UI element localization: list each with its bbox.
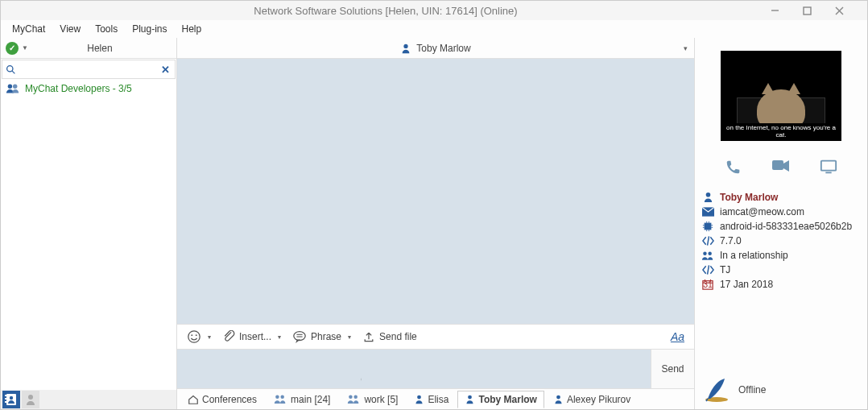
message-input[interactable] bbox=[177, 350, 651, 388]
svg-point-17 bbox=[196, 334, 197, 336]
dropdown-icon: ▾ bbox=[208, 333, 211, 341]
tab-label: Conferences bbox=[202, 394, 257, 405]
tab-label: Toby Marlow bbox=[478, 394, 536, 405]
menu-plugins[interactable]: Plug-ins bbox=[127, 22, 172, 36]
svg-point-34 bbox=[705, 193, 710, 197]
send-button[interactable]: Send bbox=[651, 350, 694, 388]
svg-point-9 bbox=[10, 396, 13, 400]
video-icon[interactable] bbox=[771, 159, 791, 176]
tab-work[interactable]: work [5] bbox=[339, 391, 405, 408]
emoji-button[interactable]: ▾ bbox=[184, 327, 214, 346]
tab-toby-marlow[interactable]: Toby Marlow bbox=[457, 391, 544, 408]
svg-point-27 bbox=[354, 396, 358, 400]
svg-point-28 bbox=[417, 396, 421, 400]
screen-icon[interactable] bbox=[820, 159, 837, 176]
communication-row bbox=[695, 144, 867, 188]
tab-alexey-pikurov[interactable]: Alexey Pikurov bbox=[546, 391, 638, 408]
channel-item[interactable]: MyChat Developers - 3/5 bbox=[1, 80, 176, 97]
center-panel: Toby Marlow ▾ ▾ Insert... ▾ Phrase ▾ Sen… bbox=[177, 38, 695, 409]
tab-main[interactable]: main [24] bbox=[266, 391, 337, 408]
svg-point-4 bbox=[7, 65, 13, 71]
svg-rect-36 bbox=[705, 223, 712, 230]
svg-point-14 bbox=[404, 43, 408, 48]
tab-elisa[interactable]: Elisa bbox=[407, 391, 456, 408]
status-dropdown-icon[interactable]: ▼ bbox=[22, 44, 28, 52]
minimize-button[interactable] bbox=[771, 6, 803, 15]
right-footer: Offline bbox=[695, 372, 867, 409]
format-button[interactable]: Aa bbox=[668, 328, 688, 346]
calendar-icon: 31 bbox=[701, 279, 714, 290]
maximize-button[interactable] bbox=[803, 6, 835, 15]
insert-button[interactable]: Insert... ▾ bbox=[219, 328, 284, 346]
sendfile-button[interactable]: Send file bbox=[359, 328, 420, 346]
phrase-button[interactable]: Phrase ▾ bbox=[289, 327, 354, 346]
current-user-name: Helen bbox=[28, 43, 172, 54]
tab-label: work [5] bbox=[364, 394, 398, 405]
person-icon bbox=[553, 394, 564, 404]
channel-list: MyChat Developers - 3/5 bbox=[1, 80, 176, 390]
title-bar: Network Software Solutions [Helen, UIN: … bbox=[1, 1, 867, 20]
left-panel: ▼ Helen ✕ MyChat Developers - 3/5 bbox=[1, 38, 177, 409]
svg-point-26 bbox=[349, 396, 353, 400]
message-area[interactable] bbox=[177, 59, 694, 324]
group-icon bbox=[6, 83, 20, 94]
group-icon bbox=[273, 394, 287, 404]
dropdown-icon: ▾ bbox=[278, 333, 281, 341]
contact-name: Toby Marlow bbox=[720, 192, 778, 203]
contact-device: android-id-583331eae5026b2b bbox=[720, 221, 852, 232]
svg-rect-37 bbox=[703, 225, 705, 226]
contact-status: Offline bbox=[738, 384, 766, 396]
tab-label: main [24] bbox=[291, 394, 330, 405]
conversation-header[interactable]: Toby Marlow ▾ bbox=[177, 38, 694, 59]
conversation-title: Toby Marlow bbox=[416, 43, 470, 54]
svg-point-6 bbox=[8, 85, 12, 89]
avatar-image: on the Internet, no one knows you're a c… bbox=[721, 51, 841, 141]
svg-point-30 bbox=[556, 396, 560, 400]
svg-rect-42 bbox=[709, 222, 709, 223]
conversation-tabs: Conferences main [24] work [5] Elisa Tob… bbox=[177, 388, 694, 409]
menu-bar: MyChat View Tools Plug-ins Help bbox=[1, 20, 867, 38]
svg-rect-1 bbox=[804, 7, 811, 14]
contact-version: 7.7.0 bbox=[720, 235, 742, 246]
phrase-label: Phrase bbox=[311, 331, 341, 342]
relationship-icon bbox=[701, 251, 714, 261]
svg-rect-43 bbox=[706, 230, 707, 231]
contact-tj: TJ bbox=[720, 264, 730, 275]
current-user-row[interactable]: ▼ Helen bbox=[1, 38, 176, 59]
contact-email[interactable]: iamcat@meow.com bbox=[720, 206, 804, 217]
svg-point-7 bbox=[13, 85, 17, 89]
svg-rect-39 bbox=[711, 225, 713, 226]
person-icon bbox=[465, 394, 475, 404]
svg-rect-40 bbox=[711, 227, 713, 228]
menu-tools[interactable]: Tools bbox=[90, 22, 122, 36]
svg-point-46 bbox=[708, 251, 711, 255]
tab-conferences[interactable]: Conferences bbox=[180, 391, 264, 408]
svg-point-29 bbox=[469, 396, 473, 400]
search-input[interactable] bbox=[19, 64, 156, 75]
compose-toolbar: ▾ Insert... ▾ Phrase ▾ Send file Aa bbox=[177, 324, 694, 350]
svg-rect-32 bbox=[821, 161, 836, 171]
window-title: Network Software Solutions [Helen, UIN: … bbox=[1, 5, 771, 17]
svg-rect-10 bbox=[5, 395, 6, 396]
contacts-tab[interactable] bbox=[2, 391, 20, 408]
chevron-down-icon[interactable]: ▾ bbox=[684, 44, 688, 52]
channel-label: MyChat Developers - 3/5 bbox=[25, 83, 132, 94]
status-online-icon bbox=[6, 42, 19, 55]
device-icon bbox=[701, 221, 714, 232]
contacts-alt-tab[interactable] bbox=[22, 391, 39, 408]
menu-view[interactable]: View bbox=[55, 22, 85, 36]
svg-rect-12 bbox=[5, 401, 6, 403]
tab-label: Elisa bbox=[428, 394, 448, 405]
svg-rect-41 bbox=[706, 222, 707, 223]
group-icon bbox=[346, 394, 361, 404]
close-button[interactable] bbox=[835, 6, 867, 15]
call-icon[interactable] bbox=[725, 159, 742, 176]
quill-icon bbox=[703, 377, 729, 403]
search-icon bbox=[2, 64, 19, 75]
svg-point-13 bbox=[28, 395, 33, 400]
menu-mychat[interactable]: MyChat bbox=[7, 22, 50, 36]
code-icon bbox=[701, 236, 714, 246]
menu-help[interactable]: Help bbox=[177, 22, 207, 36]
svg-line-5 bbox=[12, 71, 14, 73]
clear-search-icon[interactable]: ✕ bbox=[156, 64, 175, 76]
